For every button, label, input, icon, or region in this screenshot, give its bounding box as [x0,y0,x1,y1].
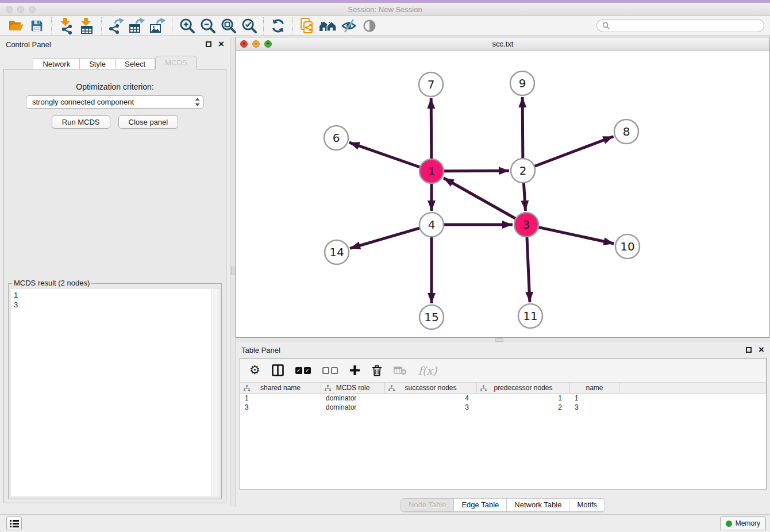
graph-node-label-9: 9 [519,76,526,90]
show-graphics-details-button[interactable] [359,17,380,35]
close-panel-icon[interactable]: × [759,346,764,354]
splitter-handle[interactable] [231,267,234,275]
float-panel-icon[interactable] [746,347,752,353]
column-header-successor-nodes[interactable]: successor nodes [385,383,477,393]
graph-edge-1-2[interactable] [444,171,509,171]
close-panel-button[interactable]: Close panel [118,115,179,129]
graph-node-label-8: 8 [623,125,630,138]
toolbar-separator [101,17,102,34]
graph-edge-3-10[interactable] [539,228,614,244]
optimization-criterion-label: Optimization criterion: [4,82,226,91]
mcds-result-text: 1 3 [14,290,209,495]
zoom-selected-button[interactable] [238,17,259,35]
graph-node-label-10: 10 [620,240,634,253]
zoom-in-button[interactable] [176,17,197,35]
save-session-button[interactable] [26,17,47,35]
tab-node-table[interactable]: Node Table [401,499,455,511]
table-row[interactable]: 3dominator323 [240,403,766,412]
clone-network-button[interactable] [297,17,318,35]
float-panel-icon[interactable] [206,41,211,47]
graph-edge-4-14[interactable] [350,228,419,248]
cell-name[interactable]: 1 [570,394,619,403]
hide-graphics-details-button[interactable] [338,17,359,35]
cell-predecessor-nodes[interactable]: 1 [477,394,570,403]
delete-table-icon [394,366,407,375]
import-network-button[interactable] [56,17,76,35]
application-window: Session: New Session [0,0,770,532]
column-header-mcds-role[interactable]: MCDS role [321,383,385,393]
zoom-fit-button[interactable] [218,17,238,35]
graph-node-label-15: 15 [424,310,438,324]
search-field[interactable] [596,19,764,32]
chevron-updown-icon [195,98,200,106]
function-builder-icon: f(x) [418,364,437,377]
graph-node-label-1: 1 [428,164,436,178]
cell-successor-nodes[interactable]: 4 [385,394,477,403]
table-toolbar: ⚙ ✓✓ [240,358,766,382]
zoom-selected-icon [241,17,257,34]
graph-edge-3-11[interactable] [527,237,530,302]
table-row[interactable]: 1dominator411 [240,394,766,403]
import-table-button[interactable] [76,17,97,35]
graph-edge-2-9[interactable] [522,97,523,158]
close-panel-icon[interactable]: × [218,40,224,48]
export-table-button[interactable] [126,17,147,35]
tab-select[interactable]: Select [116,58,155,70]
add-column-icon[interactable] [349,365,360,376]
export-network-button[interactable] [106,17,126,35]
import-network-icon [57,17,75,34]
column-header-predecessor-nodes[interactable]: predecessor nodes [477,383,570,393]
open-session-button[interactable] [6,17,26,35]
tab-network[interactable]: Network [33,58,80,70]
memory-label: Memory [736,519,760,527]
node-table: shared nameMCDS rolesuccessor nodesprede… [240,382,766,489]
refresh-button[interactable] [268,17,288,35]
mcds-result-group: MCDS result (2 nodes) 1 3 [8,283,222,499]
select-all-rows-icon[interactable]: ✓✓ [295,367,311,374]
table-container: ⚙ ✓✓ [240,358,767,489]
export-image-button[interactable] [147,17,168,35]
tab-edge-table[interactable]: Edge Table [454,499,507,511]
graph-edge-2-8[interactable] [535,136,614,166]
deselect-all-rows-icon[interactable] [322,367,338,374]
horizontal-splitter[interactable] [236,338,770,342]
zoom-out-button[interactable] [197,17,218,35]
memory-button[interactable]: Memory [720,516,766,530]
table-tab-group: Node TableEdge TableNetwork TableMotifs [401,498,605,512]
graph-edge-2-3[interactable] [523,183,525,211]
tab-network-table[interactable]: Network Table [507,499,569,511]
graph-edge-3-1[interactable] [444,178,515,218]
graph-edge-1-6[interactable] [349,142,420,167]
cell-predecessor-nodes[interactable]: 2 [477,403,570,412]
network-canvas[interactable]: 7968124314101511 [236,51,769,337]
splitter-handle[interactable] [495,338,503,342]
result-scrollbar[interactable] [211,289,219,496]
tab-style[interactable]: Style [80,58,116,70]
search-input[interactable] [613,21,759,30]
vertical-splitter[interactable] [230,37,236,507]
cell-name[interactable]: 3 [570,403,619,412]
delete-columns-icon[interactable] [372,365,382,376]
column-header-filler [619,383,766,393]
cell-shared-name[interactable]: 1 [240,394,321,403]
column-header-name[interactable]: name [570,383,619,393]
graph-node-label-6: 6 [333,131,340,145]
column-view-icon[interactable] [272,364,284,376]
cell-mcds-role[interactable]: dominator [321,403,385,412]
task-history-button[interactable] [6,516,22,530]
table-header-row: shared nameMCDS rolesuccessor nodesprede… [240,382,766,394]
cell-shared-name[interactable]: 3 [240,403,321,412]
table-rows: 1dominator4113dominator323 [240,394,766,412]
tab-motifs[interactable]: Motifs [569,499,605,511]
tab-mcds[interactable]: MCDS [155,56,197,70]
control-panel-tabs: NetworkStyleSelectMCDS [0,56,230,70]
home-button[interactable] [318,17,338,35]
criterion-dropdown[interactable]: strongly connected component [26,95,204,109]
column-header-shared-name[interactable]: shared name [240,383,321,393]
table-settings-icon[interactable]: ⚙ [249,364,260,376]
cell-successor-nodes[interactable]: 3 [385,403,477,412]
graph-edge-1-7[interactable] [431,98,432,159]
mcds-result-area[interactable]: 1 3 [11,289,219,496]
cell-mcds-role[interactable]: dominator [321,394,385,403]
run-mcds-button[interactable]: Run MCDS [52,115,110,129]
